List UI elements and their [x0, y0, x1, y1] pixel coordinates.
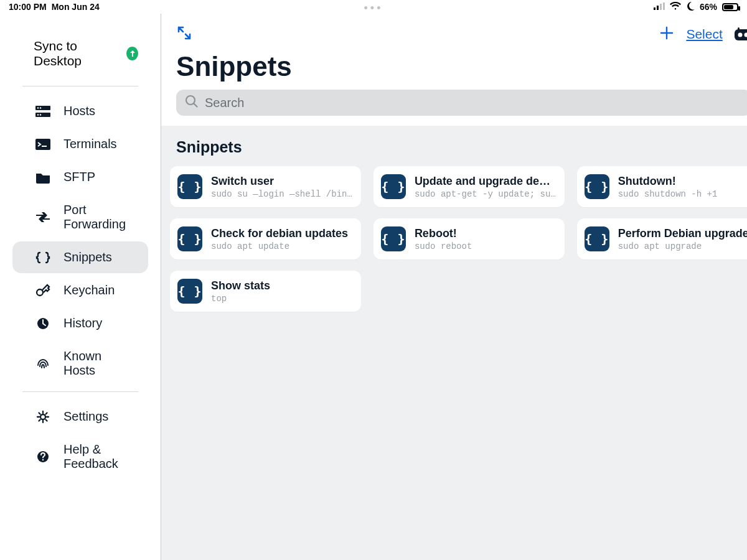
content: Snippets { } Switch user sudo su —login … — [161, 126, 747, 312]
snippet-command: sudo apt upgrade — [618, 241, 747, 251]
select-button[interactable]: Select — [686, 27, 722, 42]
snippet-title: Reboot! — [415, 227, 472, 240]
snippet-command: sudo shutdown -h +1 — [618, 189, 718, 199]
snippet-braces-icon: { } — [381, 174, 406, 199]
battery-icon — [722, 3, 738, 11]
status-date: Mon Jun 24 — [52, 2, 100, 12]
snippet-card[interactable]: { } Update and upgrade de… sudo apt-get … — [374, 166, 565, 207]
snippet-command: sudo su —login —shell /bin… — [211, 189, 352, 199]
snippet-card[interactable]: { } Perform Debian upgrade sudo apt upgr… — [577, 218, 747, 259]
sidebar-item-settings[interactable]: Settings — [12, 401, 148, 432]
snippet-title: Perform Debian upgrade — [618, 227, 747, 240]
sidebar-item-help[interactable]: Help & Feedback — [12, 434, 148, 480]
sidebar-item-label: Hosts — [63, 104, 95, 118]
snippets-grid: { } Switch user sudo su —login —shell /b… — [170, 166, 747, 312]
sidebar-item-keychain[interactable]: Keychain — [12, 274, 148, 306]
page-title: Snippets — [176, 51, 747, 82]
fingerprint-icon — [35, 357, 51, 370]
nav-main: Hosts Terminals SFTP Port Forwarding Sni… — [0, 95, 161, 386]
sidebar-item-label: Help & Feedback — [63, 442, 126, 471]
hosts-icon — [35, 105, 51, 118]
snippet-card[interactable]: { } Check for debian updates sudo apt up… — [170, 218, 361, 259]
cell-signal-icon — [654, 2, 665, 12]
sidebar-item-label: Terminals — [63, 137, 117, 151]
folder-icon — [35, 170, 51, 184]
sidebar-item-history[interactable]: History — [12, 307, 148, 339]
svg-point-18 — [42, 459, 44, 460]
svg-point-16 — [40, 414, 45, 419]
snippet-card[interactable]: { } Switch user sudo su —login —shell /b… — [170, 166, 361, 207]
sidebar-item-label: History — [63, 316, 102, 330]
sidebar-item-terminals[interactable]: Terminals — [12, 128, 148, 160]
sidebar-item-snippets[interactable]: Snippets — [12, 241, 148, 273]
sync-up-icon — [126, 47, 138, 60]
help-icon — [35, 450, 51, 464]
svg-point-10 — [37, 114, 39, 115]
braces-icon — [35, 251, 51, 264]
arrows-icon — [35, 210, 51, 224]
clock-icon — [35, 317, 51, 330]
snippet-title: Switch user — [211, 175, 352, 188]
svg-point-11 — [40, 114, 41, 115]
snippet-command: sudo apt update — [211, 241, 348, 251]
search-input[interactable] — [205, 96, 743, 110]
status-time: 10:00 PM — [9, 2, 47, 12]
svg-rect-13 — [42, 146, 47, 147]
search-icon — [185, 95, 199, 111]
sidebar-item-label: SFTP — [63, 170, 95, 184]
key-icon — [35, 284, 51, 297]
snippet-command: sudo apt-get -y update; su… — [415, 189, 556, 199]
snippet-card[interactable]: { } Reboot! sudo reboot — [374, 218, 565, 259]
sidebar-item-known-hosts[interactable]: Known Hosts — [12, 340, 148, 386]
svg-rect-22 — [738, 27, 740, 30]
sidebar-item-sftp[interactable]: SFTP — [12, 161, 148, 193]
sync-to-desktop[interactable]: Sync to Desktop — [0, 32, 161, 81]
sidebar-item-label: Snippets — [63, 250, 112, 264]
add-button[interactable] — [659, 25, 675, 44]
snippet-command: sudo reboot — [415, 241, 472, 251]
snippet-braces-icon: { } — [585, 174, 609, 199]
svg-point-9 — [40, 107, 41, 108]
snippet-card[interactable]: { } Shutdown! sudo shutdown -h +1 — [577, 166, 747, 207]
svg-point-8 — [37, 107, 39, 108]
terminal-icon — [35, 138, 51, 151]
snippet-braces-icon: { } — [177, 226, 202, 251]
sidebar-item-hosts[interactable]: Hosts — [12, 95, 148, 127]
section-title: Snippets — [170, 138, 747, 156]
sync-label: Sync to Desktop — [34, 39, 115, 68]
dnd-moon-icon — [686, 2, 695, 12]
snippet-title: Show stats — [211, 279, 270, 292]
svg-rect-3 — [663, 2, 665, 10]
search-bar[interactable] — [176, 90, 747, 116]
svg-rect-0 — [654, 7, 655, 10]
snippet-title: Shutdown! — [618, 175, 718, 188]
sidebar: Sync to Desktop Hosts Terminals SFTP Por… — [0, 14, 161, 560]
sidebar-item-label: Port Forwarding — [63, 203, 126, 231]
main-header: Select Snippets — [161, 14, 747, 126]
snippet-braces-icon: { } — [585, 226, 609, 251]
sidebar-item-label: Settings — [63, 409, 108, 424]
app-logo-icon[interactable] — [734, 27, 747, 42]
snippet-command: top — [211, 294, 270, 304]
main-area: Select Snippets Snippets { } Switch use — [161, 14, 747, 560]
sidebar-item-label: Known Hosts — [63, 349, 126, 378]
snippet-braces-icon: { } — [381, 226, 406, 251]
svg-rect-2 — [660, 4, 662, 10]
sidebar-item-label: Keychain — [63, 283, 115, 297]
svg-rect-1 — [657, 6, 659, 10]
wifi-icon — [670, 2, 681, 12]
gear-icon — [35, 410, 51, 424]
battery-percent: 66% — [700, 2, 717, 12]
snippet-title: Update and upgrade de… — [415, 175, 556, 188]
svg-point-20 — [738, 33, 742, 37]
snippet-card[interactable]: { } Show stats top — [170, 271, 361, 312]
divider — [22, 391, 138, 392]
divider — [22, 86, 138, 86]
snippet-braces-icon: { } — [177, 174, 202, 199]
sidebar-item-port-forwarding[interactable]: Port Forwarding — [12, 194, 148, 240]
expand-icon[interactable] — [176, 25, 192, 44]
snippet-title: Check for debian updates — [211, 227, 348, 240]
svg-rect-12 — [35, 139, 50, 150]
nav-footer: Settings Help & Feedback — [0, 401, 161, 480]
snippet-braces-icon: { } — [177, 279, 202, 304]
